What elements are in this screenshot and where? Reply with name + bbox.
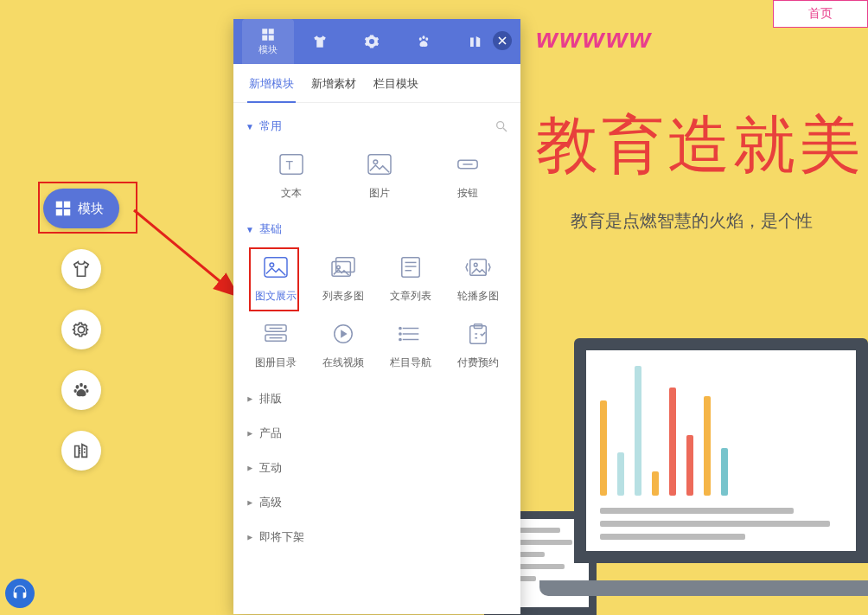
chevron-right-icon: ▼ xyxy=(245,429,254,438)
modules-panel: 模块 新增模块 新增素材 栏目模块 ▼ 常用 T xyxy=(233,19,520,614)
side-settings-button[interactable] xyxy=(61,310,101,349)
panel-tab-modules[interactable]: 模块 xyxy=(242,19,294,64)
panel-subtabs: 新增模块 新增素材 栏目模块 xyxy=(233,64,520,103)
mod-image[interactable]: 图片 xyxy=(337,151,422,201)
help-button[interactable] xyxy=(5,579,35,608)
section-interact-header[interactable]: ▼ 互动 xyxy=(244,448,510,483)
decor-laptop-large xyxy=(557,338,868,615)
mod-album-dir[interactable]: 图册目录 xyxy=(244,321,308,370)
mod-video-label: 在线视频 xyxy=(322,356,364,370)
mod-list-multi[interactable]: 列表多图 xyxy=(311,254,375,304)
panel-tab-baidu[interactable] xyxy=(398,19,450,64)
mod-list-multi-label: 列表多图 xyxy=(322,289,364,304)
svg-line-10 xyxy=(503,128,507,131)
nav-home[interactable]: 首页 xyxy=(773,0,868,28)
subtab-add-asset[interactable]: 新增素材 xyxy=(303,64,365,102)
section-product-title: 产品 xyxy=(259,426,282,441)
button-icon xyxy=(455,153,481,176)
svg-line-5 xyxy=(134,210,233,292)
section-deprecated-header[interactable]: ▼ 即将下架 xyxy=(244,517,510,552)
nav-home-label: 首页 xyxy=(808,6,833,22)
mod-article-list-label: 文章列表 xyxy=(390,289,431,304)
side-modules-button[interactable]: 模块 xyxy=(43,189,119,228)
album-icon xyxy=(263,323,289,345)
panel-tab-theme[interactable] xyxy=(294,19,346,64)
carousel-icon xyxy=(465,256,491,279)
shirt-icon xyxy=(312,34,328,49)
shirt-icon xyxy=(72,259,91,279)
document-icon xyxy=(398,256,424,279)
panel-close-button[interactable] xyxy=(493,31,512,50)
mod-image-label: 图片 xyxy=(369,186,390,201)
panel-body[interactable]: ▼ 常用 T 文本 图片 按钮 ▼ 基础 图文 xyxy=(233,103,520,614)
svg-point-1 xyxy=(80,383,83,388)
section-layout-title: 排版 xyxy=(259,391,282,407)
section-layout-header[interactable]: ▼ 排版 xyxy=(244,379,510,413)
section-common-title: 常用 xyxy=(259,119,282,134)
mod-column-nav-label: 栏目导航 xyxy=(390,356,431,370)
close-icon xyxy=(498,36,507,45)
search-icon[interactable] xyxy=(495,119,508,133)
chevron-down-icon: ▼ xyxy=(246,122,254,131)
image-icon xyxy=(263,256,289,279)
ruler-icon xyxy=(72,441,91,460)
grid-icon xyxy=(54,199,73,218)
panel-header: 模块 xyxy=(233,19,520,64)
paw-icon xyxy=(72,381,91,400)
mod-paid-appt[interactable]: 付费预约 xyxy=(446,321,510,370)
section-common-header[interactable]: ▼ 常用 xyxy=(244,106,510,141)
svg-point-3 xyxy=(73,389,76,393)
mod-article-list[interactable]: 文章列表 xyxy=(379,254,443,304)
grid-icon xyxy=(260,27,276,42)
annotation-arrow xyxy=(130,206,251,310)
section-basic-header[interactable]: ▼ 基础 xyxy=(244,209,510,244)
panel-tab-modules-label: 模块 xyxy=(258,43,278,56)
svg-point-4 xyxy=(86,389,88,393)
ruler-icon xyxy=(468,34,483,49)
list-icon xyxy=(398,323,424,345)
section-advanced-header[interactable]: ▼ 高级 xyxy=(244,483,510,517)
chevron-right-icon: ▼ xyxy=(245,533,254,541)
section-basic-title: 基础 xyxy=(259,221,282,237)
gear-icon xyxy=(72,320,91,339)
text-icon: T xyxy=(278,153,304,176)
mod-carousel-label: 轮播多图 xyxy=(457,289,499,304)
side-tools-button[interactable] xyxy=(61,431,101,471)
svg-point-21 xyxy=(337,266,341,269)
subtab-column-module[interactable]: 栏目模块 xyxy=(365,64,427,102)
svg-point-9 xyxy=(497,122,504,129)
headset-icon xyxy=(10,584,29,603)
svg-point-14 xyxy=(373,160,378,164)
banner-logo-text: wwwww xyxy=(536,22,652,54)
svg-point-6 xyxy=(419,37,422,41)
mod-rich-image[interactable]: 图文展示 xyxy=(244,254,308,304)
clipboard-icon xyxy=(465,323,491,345)
chevron-right-icon: ▼ xyxy=(245,464,254,472)
play-icon xyxy=(330,323,356,345)
page-headline: 教育造就美 xyxy=(536,104,865,187)
side-modules-label: 模块 xyxy=(78,201,104,217)
mod-button-label: 按钮 xyxy=(457,186,478,201)
section-product-header[interactable]: ▼ 产品 xyxy=(244,413,510,448)
side-baidu-button[interactable] xyxy=(61,370,101,410)
panel-tab-settings[interactable] xyxy=(346,19,398,64)
multi-image-icon xyxy=(330,256,356,279)
mod-paid-appt-label: 付费预约 xyxy=(457,356,499,370)
svg-point-36 xyxy=(399,327,401,329)
svg-point-37 xyxy=(399,333,401,335)
subtab-add-module[interactable]: 新增模块 xyxy=(240,64,303,102)
subtab-add-module-label: 新增模块 xyxy=(249,77,294,90)
svg-point-18 xyxy=(270,263,274,267)
mod-carousel[interactable]: 轮播多图 xyxy=(446,254,510,304)
chevron-right-icon: ▼ xyxy=(245,394,254,403)
mod-video[interactable]: 在线视频 xyxy=(311,321,375,370)
side-theme-button[interactable] xyxy=(61,249,101,289)
mod-text[interactable]: T 文本 xyxy=(249,151,334,201)
svg-point-38 xyxy=(399,338,401,340)
subtab-add-asset-label: 新增素材 xyxy=(311,77,356,90)
mod-column-nav[interactable]: 栏目导航 xyxy=(379,321,443,370)
svg-point-0 xyxy=(76,385,80,389)
mod-button[interactable]: 按钮 xyxy=(425,151,510,201)
svg-point-7 xyxy=(423,35,425,39)
svg-point-8 xyxy=(425,37,428,41)
